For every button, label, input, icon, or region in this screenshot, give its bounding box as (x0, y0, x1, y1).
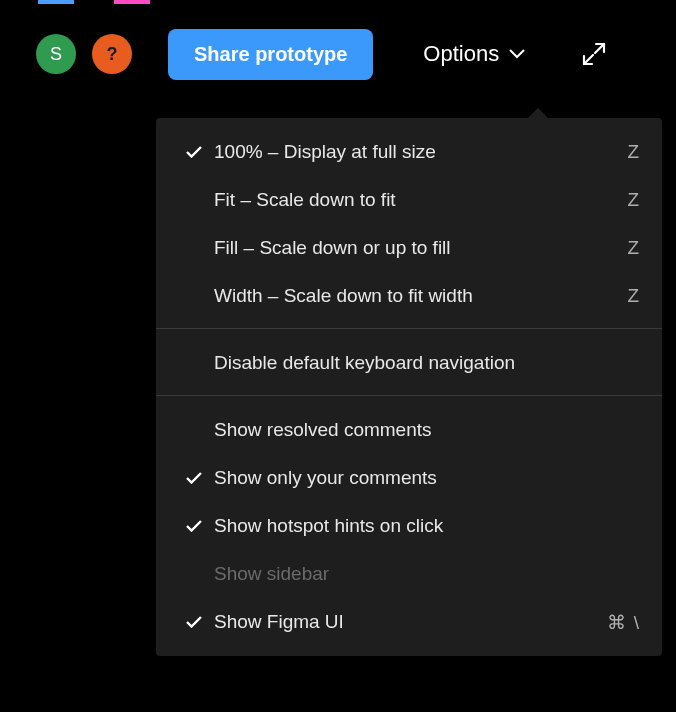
menu-separator (156, 395, 662, 396)
prototype-toolbar: S ? Share prototype Options (0, 28, 676, 80)
menu-item-label: 100% – Display at full size (214, 141, 627, 163)
menu-separator (156, 328, 662, 329)
page-tab-indicator[interactable] (38, 0, 74, 4)
expand-icon (581, 41, 607, 67)
check-icon (174, 520, 214, 532)
menu-item-label: Fit – Scale down to fit (214, 189, 627, 211)
options-dropdown: 100% – Display at full sizeZFit – Scale … (156, 118, 662, 656)
fullscreen-button[interactable] (577, 37, 611, 71)
menu-item-shortcut: Z (627, 285, 640, 307)
options-button-label: Options (423, 41, 499, 67)
menu-item-label: Show resolved comments (214, 419, 640, 441)
menu-item: Show sidebar (156, 550, 662, 598)
check-icon (174, 146, 214, 158)
menu-item-label: Show only your comments (214, 467, 640, 489)
menu-item[interactable]: Fill – Scale down or up to fillZ (156, 224, 662, 272)
share-button-label: Share prototype (194, 43, 347, 65)
menu-item-label: Fill – Scale down or up to fill (214, 237, 627, 259)
menu-group: 100% – Display at full sizeZFit – Scale … (156, 128, 662, 320)
menu-item-shortcut: Z (627, 141, 640, 163)
menu-item-label: Show hotspot hints on click (214, 515, 640, 537)
menu-item-label: Disable default keyboard navigation (214, 352, 640, 374)
help-symbol: ? (107, 44, 118, 65)
check-icon (174, 616, 214, 628)
check-icon (174, 472, 214, 484)
user-avatar[interactable]: S (36, 34, 76, 74)
options-button[interactable]: Options (423, 41, 525, 67)
menu-item-shortcut: ⌘ \ (607, 611, 640, 634)
menu-item[interactable]: Show Figma UI⌘ \ (156, 598, 662, 646)
menu-item[interactable]: 100% – Display at full sizeZ (156, 128, 662, 176)
menu-item-label: Show sidebar (214, 563, 640, 585)
share-prototype-button[interactable]: Share prototype (168, 29, 373, 80)
menu-item-label: Width – Scale down to fit width (214, 285, 627, 307)
menu-item-shortcut: Z (627, 237, 640, 259)
menu-item[interactable]: Show hotspot hints on click (156, 502, 662, 550)
menu-item-label: Show Figma UI (214, 611, 607, 633)
menu-group: Show resolved commentsShow only your com… (156, 406, 662, 646)
menu-item[interactable]: Show only your comments (156, 454, 662, 502)
menu-item[interactable]: Width – Scale down to fit widthZ (156, 272, 662, 320)
menu-item[interactable]: Disable default keyboard navigation (156, 339, 662, 387)
page-tab-indicator[interactable] (114, 0, 150, 4)
chevron-down-icon (509, 49, 525, 59)
avatar-initial: S (50, 44, 62, 65)
menu-item-shortcut: Z (627, 189, 640, 211)
help-avatar[interactable]: ? (92, 34, 132, 74)
menu-item[interactable]: Show resolved comments (156, 406, 662, 454)
menu-item[interactable]: Fit – Scale down to fitZ (156, 176, 662, 224)
menu-group: Disable default keyboard navigation (156, 339, 662, 387)
